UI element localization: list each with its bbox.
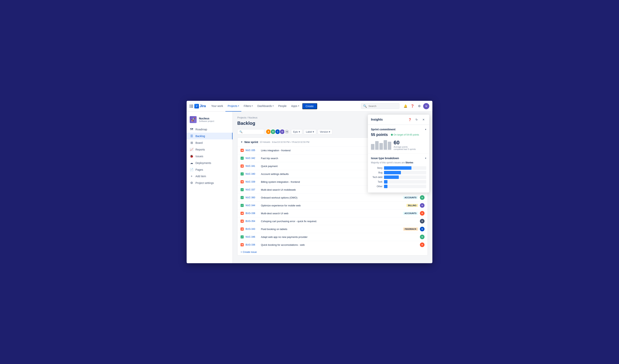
search-input[interactable] xyxy=(368,105,397,108)
sidebar-item-issues[interactable]: 🐞 Issues xyxy=(187,153,233,160)
jira-logo[interactable]: J Jira xyxy=(194,104,206,109)
help-icon[interactable]: ❓ xyxy=(407,117,412,122)
create-button[interactable]: Create xyxy=(302,103,317,109)
pages-icon: 📄 xyxy=(190,168,194,171)
avg-number: 60 xyxy=(394,140,416,146)
issue-row[interactable]: ✖ BUG-338 Multi-dest search UI web ACCOU… xyxy=(238,210,428,217)
notifications-icon[interactable]: 🔔 xyxy=(402,103,408,109)
chart-bar xyxy=(388,142,391,150)
sprint-commitment-section: Sprint commitment ▾ 55 points On target … xyxy=(368,125,429,154)
nav-dashboards[interactable]: Dashboards ▾ xyxy=(255,101,276,112)
issue-id[interactable]: NUC-342 xyxy=(246,157,259,160)
story-icon: ✓ xyxy=(240,196,244,199)
assignee-avatar: N xyxy=(420,235,424,239)
sidebar-item-pages[interactable]: 📄 Pages xyxy=(187,166,233,173)
chart-bars xyxy=(371,140,391,150)
nav-your-work[interactable]: Your work xyxy=(209,101,225,112)
nav-icons: 🔔 ❓ ⚙ U xyxy=(402,103,429,109)
chart-bar xyxy=(380,143,383,150)
main-area: 🚀 Nucleus Software project 🗺 Roadmap ☰ B… xyxy=(187,112,432,263)
sidebar: 🚀 Nucleus Software project 🗺 Roadmap ☰ B… xyxy=(187,112,233,263)
avatar-more[interactable]: +3 xyxy=(284,129,290,134)
bug-icon: ✖ xyxy=(240,212,244,215)
issue-row[interactable]: ✓ NUC-346 Adapt web app no new payments … xyxy=(238,233,428,241)
issue-id[interactable]: BUG-338 xyxy=(246,212,259,215)
nav-apps[interactable]: Apps ▾ xyxy=(289,101,301,112)
bar-fill xyxy=(384,175,399,179)
issue-row[interactable]: ✖ BUG-336 Quick booking for accomodation… xyxy=(238,241,428,249)
create-issue-button[interactable]: + Create issue xyxy=(238,249,428,255)
nav-people[interactable]: People xyxy=(276,101,289,112)
epic-filter[interactable]: Epic ▾ xyxy=(291,129,302,134)
issue-title: Optimize experience for mobile web xyxy=(261,204,405,207)
issue-row[interactable]: ✓ NUC-344 Optimize experience for mobile… xyxy=(238,202,428,210)
refresh-icon[interactable]: ↻ xyxy=(414,117,419,122)
sidebar-item-deployments[interactable]: ☁ Deployments xyxy=(187,160,233,166)
sprint-toggle[interactable]: ▼ xyxy=(240,141,243,143)
issue-row[interactable]: ✓ NUC-360 Onboard workout options (OWO) … xyxy=(238,194,428,202)
issue-id[interactable]: BUG-343 xyxy=(246,228,259,230)
issue-id[interactable]: NUC-335 xyxy=(246,149,259,152)
sprint-commitment-title: Sprint commitment xyxy=(371,128,395,131)
bar-fill xyxy=(384,180,387,183)
bar-track xyxy=(384,185,426,188)
story-icon: ✓ xyxy=(240,204,244,207)
search-box[interactable]: 🔍 xyxy=(361,103,399,109)
user-avatar[interactable]: U xyxy=(423,103,429,109)
section-toggle-icon[interactable]: ▾ xyxy=(425,128,426,131)
sidebar-item-project-settings[interactable]: ⚙ Project settings xyxy=(187,180,233,186)
search-icon: 🔍 xyxy=(239,130,242,133)
issue-label: BILLING xyxy=(407,204,418,207)
sprint-count: 13 issues xyxy=(260,140,270,143)
bar-track xyxy=(384,166,426,170)
avg-label: Average pointscompleted last 5 sprints xyxy=(394,146,416,150)
breadcrumb-nucleus[interactable]: Nucleus xyxy=(248,116,257,119)
version-filter[interactable]: Version ▾ xyxy=(318,129,332,134)
issue-id[interactable]: NUC-346 xyxy=(246,236,259,238)
nav-items: Your work Projects ▾ Filters ▾ Dashboard… xyxy=(209,101,359,112)
assignee-avatar: B xyxy=(420,211,424,216)
issue-id[interactable]: NUC-344 xyxy=(246,204,259,207)
nav-filters[interactable]: Filters ▾ xyxy=(241,101,255,112)
label-filter[interactable]: Label ▾ xyxy=(304,129,316,134)
sidebar-nav: 🗺 Roadmap ☰ Backlog ⊞ Board 📈 Reports 🐞 xyxy=(187,126,233,186)
issue-id[interactable]: BUG-336 xyxy=(246,243,259,246)
issue-id[interactable]: BUG-354 xyxy=(246,220,259,223)
breadcrumb-projects[interactable]: Projects xyxy=(237,116,246,119)
issue-id[interactable]: NUC-337 xyxy=(246,188,259,191)
story-icon: ✓ xyxy=(240,172,244,175)
insights-panel: Insights ❓ ↻ ✕ Sprint commitment ▾ 55 po… xyxy=(368,115,429,193)
issue-row[interactable]: ✖ BUG-354 Cshoping cart purchasing error… xyxy=(238,217,428,225)
sidebar-item-board[interactable]: ⊞ Board xyxy=(187,139,233,146)
issue-id[interactable]: NUC-341 xyxy=(246,165,259,168)
issues-icon: 🐞 xyxy=(190,154,194,158)
issue-title: Cshoping cart purchasing error - quick f… xyxy=(261,220,418,223)
sidebar-item-reports[interactable]: 📈 Reports xyxy=(187,146,233,153)
bar-fill xyxy=(384,185,387,188)
toolbar-search-box[interactable]: 🔍 xyxy=(237,129,264,134)
grid-icon[interactable] xyxy=(190,105,193,108)
nav-projects[interactable]: Projects ▾ xyxy=(225,101,241,112)
story-icon: ✓ xyxy=(240,235,244,238)
issue-id[interactable]: NUC-360 xyxy=(246,196,259,199)
chevron-down-icon: ▾ xyxy=(252,105,253,107)
help-icon[interactable]: ❓ xyxy=(409,103,415,109)
close-icon[interactable]: ✕ xyxy=(421,117,426,122)
issue-id[interactable]: NUC-339 xyxy=(246,181,259,183)
issue-row[interactable]: ✖ BUG-343 Fluid booking on tablets FEEDB… xyxy=(238,225,428,233)
bar-label: Story xyxy=(371,167,382,169)
settings-icon[interactable]: ⚙ xyxy=(416,103,422,109)
breakdown-toggle-icon[interactable]: ▾ xyxy=(425,157,426,160)
insights-panel-header: Insights ❓ ↻ ✕ xyxy=(368,115,429,125)
settings-icon: ⚙ xyxy=(190,181,194,185)
sidebar-item-add-item[interactable]: + Add item xyxy=(187,173,233,180)
issue-title: Quick booking for accomodations - web xyxy=(261,243,418,246)
insights-panel-title: Insights xyxy=(371,118,383,121)
issue-label: FEEDBACK xyxy=(403,227,418,231)
sidebar-item-roadmap[interactable]: 🗺 Roadmap xyxy=(187,126,233,133)
chevron-down-icon: ▾ xyxy=(299,130,300,133)
issue-id[interactable]: NUC-340 xyxy=(246,173,259,175)
toolbar-search-input[interactable] xyxy=(244,130,263,133)
sidebar-item-backlog[interactable]: ☰ Backlog xyxy=(187,133,233,139)
logo-area: J Jira xyxy=(190,104,206,109)
